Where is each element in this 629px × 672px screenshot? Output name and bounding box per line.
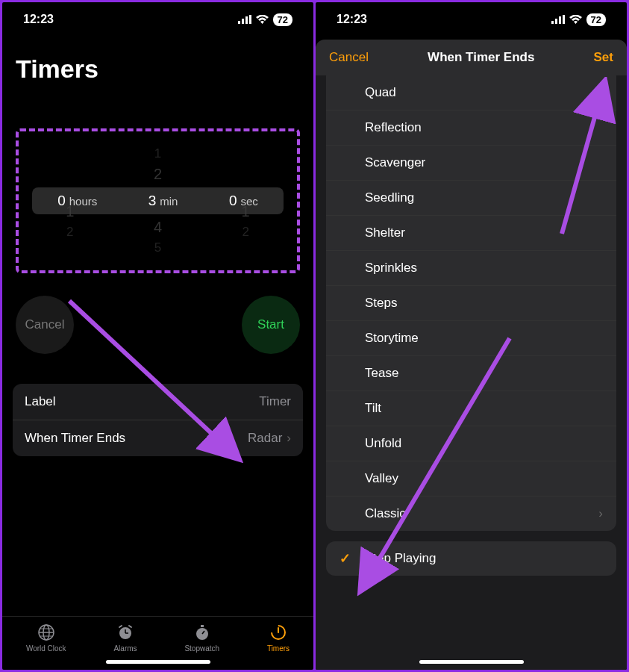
status-bar: 12:23 72 [316, 2, 627, 32]
tab-label: Alarms [113, 644, 137, 653]
sound-item[interactable]: Scavenger [326, 146, 616, 181]
sound-item-classic[interactable]: Classic › [326, 497, 616, 531]
sound-list[interactable]: Quad Reflection Scavenger Seedling Shelt… [316, 75, 627, 656]
sound-item[interactable]: Sprinkles [326, 251, 616, 286]
when-timer-ends-row[interactable]: When Timer Ends Radar › [13, 420, 303, 456]
svg-rect-15 [201, 625, 204, 627]
tab-label: Stopwatch [184, 644, 219, 653]
cancel-button[interactable]: Cancel [16, 296, 74, 354]
svg-line-12 [119, 626, 122, 627]
tab-bar: World Clock Alarms Stopwatch Timers [2, 616, 313, 656]
wifi-icon [256, 15, 269, 24]
stop-playing-item[interactable]: ✓ Stop Playing [326, 541, 616, 576]
sound-label: Classic [365, 506, 406, 520]
sound-item[interactable]: Steps [326, 286, 616, 321]
signal-icon [551, 15, 565, 24]
set-button[interactable]: Set [594, 50, 613, 65]
sound-item[interactable]: Reflection [326, 111, 616, 146]
cancel-button[interactable]: Cancel [329, 50, 369, 65]
modal-title: When Timer Ends [428, 50, 534, 65]
alarm-icon [116, 623, 135, 642]
sound-picker-modal: Cancel When Timer Ends Set Quad Reflecti… [316, 40, 627, 670]
ends-row-label: When Timer Ends [25, 431, 125, 446]
timer-settings: Label Timer When Timer Ends Radar › [13, 384, 303, 456]
tab-label: Timers [267, 644, 290, 653]
label-row-value: Timer [259, 394, 291, 409]
svg-rect-22 [555, 19, 557, 24]
timer-icon [269, 623, 288, 642]
sound-item[interactable]: Valley [326, 461, 616, 497]
globe-icon [37, 623, 56, 642]
status-right: 72 [551, 13, 606, 26]
stop-playing-section: ✓ Stop Playing [326, 541, 616, 576]
chevron-right-icon: › [598, 506, 603, 521]
svg-rect-3 [249, 15, 251, 24]
time-picker-highlight: 1 2 1 2 4 5 1 2 0hours 3min 0sec [16, 128, 300, 273]
home-indicator[interactable] [106, 660, 210, 664]
sound-item[interactable]: Unfold [326, 426, 616, 461]
stopwatch-icon [193, 623, 212, 642]
status-right: 72 [238, 13, 292, 26]
phone-right: 12:23 72 Cancel When Timer Ends Set Quad… [316, 2, 627, 670]
time-picker[interactable]: 1 2 1 2 4 5 1 2 0hours 3min 0sec [26, 139, 290, 263]
seconds-value: 0 [229, 193, 237, 209]
tab-world-clock[interactable]: World Clock [26, 623, 66, 653]
tab-label: World Clock [26, 644, 66, 653]
label-row-label: Label [25, 394, 56, 409]
svg-rect-23 [559, 16, 561, 24]
start-button[interactable]: Start [242, 296, 300, 354]
hours-value: 0 [57, 193, 66, 209]
seconds-unit: sec [240, 195, 257, 208]
status-time: 12:23 [337, 13, 367, 26]
minutes-value: 3 [148, 193, 157, 209]
sound-item[interactable]: Storytime [326, 321, 616, 356]
svg-line-13 [129, 626, 131, 627]
tab-timers[interactable]: Timers [267, 623, 290, 653]
sounds-section: Quad Reflection Scavenger Seedling Shelt… [326, 75, 616, 531]
tab-stopwatch[interactable]: Stopwatch [184, 623, 219, 653]
hours-unit: hours [69, 195, 98, 208]
checkmark-icon: ✓ [339, 550, 351, 567]
sound-item[interactable]: Tilt [326, 391, 616, 426]
minutes-unit: min [160, 195, 178, 208]
battery-icon: 72 [586, 13, 606, 26]
page-title: Timers [2, 32, 313, 91]
ends-row-value: Radar [248, 431, 282, 446]
phone-left: 12:23 72 Timers 1 2 1 2 4 5 [2, 2, 313, 670]
svg-rect-2 [245, 16, 248, 24]
sound-item[interactable]: Seedling [326, 181, 616, 216]
status-time: 12:23 [23, 13, 54, 26]
sound-item[interactable]: Shelter [326, 216, 616, 251]
chevron-right-icon: › [287, 431, 291, 446]
battery-icon: 72 [273, 13, 292, 26]
svg-rect-1 [242, 19, 244, 24]
svg-rect-24 [563, 15, 565, 24]
status-bar: 12:23 72 [2, 2, 313, 32]
sound-item[interactable]: Quad [326, 75, 616, 111]
picker-selection-bar: 0hours 3min 0sec [32, 187, 284, 214]
wifi-icon [569, 15, 582, 24]
button-row: Cancel Start [2, 273, 313, 369]
signal-icon [238, 15, 251, 24]
sound-item[interactable]: Tease [326, 356, 616, 391]
svg-rect-21 [551, 21, 554, 24]
label-row[interactable]: Label Timer [13, 384, 303, 420]
stop-playing-label: Stop Playing [365, 551, 436, 565]
tab-alarms[interactable]: Alarms [113, 623, 137, 653]
modal-header: Cancel When Timer Ends Set [316, 40, 627, 75]
svg-rect-0 [238, 21, 240, 24]
home-indicator[interactable] [419, 660, 524, 664]
